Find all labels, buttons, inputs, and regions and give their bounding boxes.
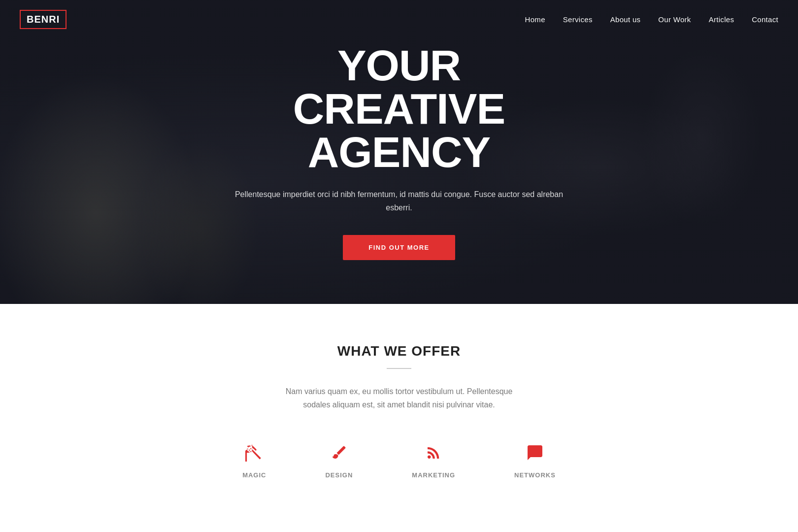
- hero-title: YOUR CREATIVE AGENCY: [227, 44, 571, 174]
- offer-magic: MAGIC: [242, 441, 266, 479]
- design-label: DESIGN: [325, 471, 353, 479]
- nav-about[interactable]: About us: [610, 15, 641, 24]
- svg-point-2: [252, 445, 253, 446]
- offers-divider: [387, 368, 411, 369]
- hero-title-line2: AGENCY: [308, 128, 491, 176]
- logo[interactable]: BENRI: [20, 10, 66, 29]
- hero-section: YOUR CREATIVE AGENCY Pellentesque imperd…: [0, 0, 798, 304]
- nav-home[interactable]: Home: [525, 15, 545, 24]
- offers-section: WHAT WE OFFER Nam varius quam ex, eu mol…: [0, 304, 798, 518]
- hero-subtitle-text: Pellentesque imperdiet orci id nibh ferm…: [235, 190, 563, 212]
- offers-title: WHAT WE OFFER: [20, 343, 778, 359]
- offer-marketing: Marketing: [412, 441, 455, 479]
- svg-point-3: [247, 449, 248, 450]
- marketing-label: Marketing: [412, 471, 455, 479]
- design-icon: [327, 441, 351, 465]
- nav-services[interactable]: Services: [563, 15, 593, 24]
- offer-networks: NETWORKS: [514, 441, 556, 479]
- hero-subtitle: Pellentesque imperdiet orci id nibh ferm…: [227, 188, 571, 214]
- navbar: BENRI Home Services About us Our Work Ar…: [0, 0, 798, 39]
- find-out-more-button[interactable]: FIND OUT MORE: [343, 235, 455, 260]
- svg-point-1: [249, 445, 251, 447]
- networks-icon: [523, 441, 547, 465]
- nav-contact[interactable]: Contact: [752, 15, 778, 24]
- networks-label: NETWORKS: [514, 471, 556, 479]
- offer-design: DESIGN: [325, 441, 353, 479]
- magic-label: MAGIC: [242, 471, 266, 479]
- hero-content: YOUR CREATIVE AGENCY Pellentesque imperd…: [227, 44, 571, 260]
- offers-grid: MAGIC DESIGN Marketing: [20, 441, 778, 489]
- nav-ourwork[interactable]: Our Work: [658, 15, 691, 24]
- nav-links: Home Services About us Our Work Articles…: [525, 15, 778, 24]
- magic-icon: [242, 441, 266, 465]
- nav-articles[interactable]: Articles: [709, 15, 734, 24]
- offers-description: Nam varius quam ex, eu mollis tortor ves…: [271, 385, 527, 411]
- marketing-icon: [422, 441, 445, 465]
- hero-title-line1: YOUR CREATIVE: [293, 41, 505, 133]
